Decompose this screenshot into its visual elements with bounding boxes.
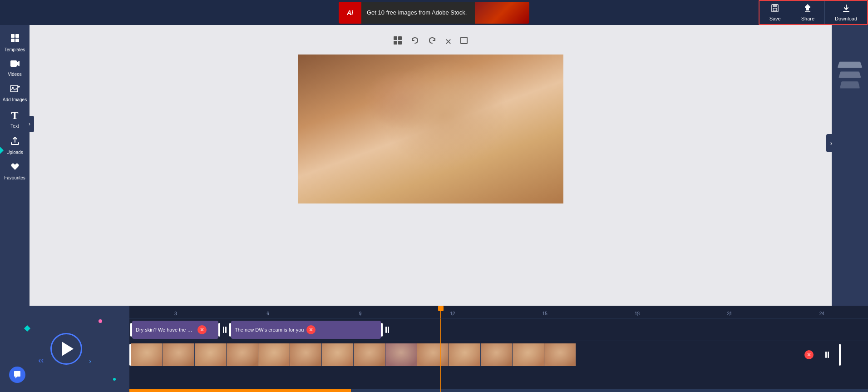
- play-icon: [62, 342, 74, 356]
- video-canvas: [298, 55, 563, 203]
- canvas-area: ✕: [30, 25, 832, 306]
- templates-icon: [10, 33, 20, 45]
- video-thumb-8: [354, 343, 385, 366]
- timeline-playhead[interactable]: [440, 306, 441, 318]
- svg-rect-18: [461, 37, 467, 44]
- text-segment-1[interactable]: Dry skin? We have the solu... ✕: [132, 321, 218, 339]
- play-button[interactable]: [50, 333, 82, 365]
- fullscreen-button[interactable]: [458, 35, 470, 49]
- sidebar-item-templates[interactable]: Templates: [0, 30, 30, 56]
- svg-rect-17: [398, 41, 402, 45]
- layer-bottom: [840, 81, 860, 88]
- video-thumb-5: [258, 343, 290, 366]
- top-bar: Ai Get 10 free images from Adobe Stock. …: [0, 0, 868, 25]
- uploads-icon: [10, 136, 20, 148]
- video-track-handle-right[interactable]: [839, 344, 841, 366]
- video-thumb-7: [322, 343, 354, 366]
- delete-segment-1-btn[interactable]: ✕: [197, 325, 207, 334]
- video-thumb-6: [290, 343, 322, 366]
- delete-segment-2-btn[interactable]: ✕: [306, 325, 316, 334]
- undo-button[interactable]: [409, 34, 421, 49]
- chat-button[interactable]: [9, 367, 25, 383]
- timeline-tracks-container: Dry skin? We have the solu... ✕ The new …: [129, 318, 868, 392]
- video-thumb-9: [385, 343, 417, 366]
- video-thumbnails: [131, 343, 868, 366]
- ruler-mark-21: 21: [683, 311, 775, 316]
- ad-background: [475, 2, 529, 24]
- decorative-dot-pink: [99, 319, 102, 323]
- video-thumb-1: [131, 343, 163, 366]
- active-indicator: [0, 147, 4, 154]
- share-button[interactable]: Share: [791, 1, 825, 24]
- progress-bar-fill: [129, 389, 351, 392]
- sidebar-expand-btn[interactable]: ›: [25, 116, 34, 132]
- delete-video-track-btn[interactable]: ✕: [804, 350, 814, 359]
- add-images-icon: [10, 84, 20, 95]
- svg-rect-16: [394, 41, 397, 45]
- sidebar-item-uploads[interactable]: Uploads: [0, 132, 30, 159]
- top-bar-actions: Save Share Download: [759, 0, 868, 25]
- pause-bar-2b: [388, 327, 389, 333]
- track-pause-2: [385, 327, 389, 333]
- svg-rect-6: [15, 34, 19, 38]
- right-panel: ›: [832, 25, 868, 306]
- pause-bar-1a: [223, 327, 224, 333]
- adobe-logo: Ai: [339, 2, 361, 24]
- save-button[interactable]: Save: [760, 1, 791, 24]
- ruler-mark-12: 12: [406, 311, 498, 316]
- layer-top: [838, 62, 863, 68]
- favourites-label: Favourites: [4, 175, 25, 180]
- svg-rect-8: [15, 39, 19, 42]
- text-segment-1-label: Dry skin? We have the solu...: [136, 327, 195, 332]
- svg-rect-5: [11, 34, 15, 38]
- ad-text: Get 10 free images from Adobe Stock.: [361, 9, 472, 16]
- ruler-mark-3: 3: [129, 311, 222, 316]
- video-thumb-4: [227, 343, 258, 366]
- ruler-marks: 3 6 9 12 15 18 21 24: [129, 306, 868, 318]
- grid-view-button[interactable]: [391, 34, 404, 49]
- close-button[interactable]: ✕: [443, 35, 454, 49]
- video-track-pause: [825, 352, 829, 358]
- favourites-icon: [10, 162, 20, 174]
- layer-middle: [838, 71, 861, 78]
- templates-label: Templates: [5, 47, 25, 52]
- timeline-ruler: 3 6 9 12 15 18 21 24: [129, 306, 868, 318]
- timeline-section: ‹‹ › 3 6 9 12 15 18 21 24: [0, 306, 868, 392]
- progress-bar-container[interactable]: [129, 389, 868, 392]
- video-thumb-3: [195, 343, 227, 366]
- left-sidebar: Templates Videos Add Imag: [0, 25, 30, 306]
- right-arrows: ›: [89, 357, 91, 365]
- ruler-mark-6: 6: [222, 311, 314, 316]
- download-button[interactable]: Download: [825, 1, 867, 24]
- ad-banner[interactable]: Ai Get 10 free images from Adobe Stock.: [339, 2, 529, 24]
- layers-icon: [838, 61, 861, 87]
- video-pause-bar-a: [825, 352, 827, 358]
- main-content: Templates Videos Add Imag: [0, 25, 868, 306]
- redo-button[interactable]: [426, 34, 439, 49]
- download-icon: [842, 4, 851, 15]
- save-icon: [770, 4, 779, 15]
- left-arrows: ‹‹: [38, 355, 44, 365]
- track-handle-right-1[interactable]: [218, 323, 220, 337]
- ruler-mark-15: 15: [499, 311, 591, 316]
- playhead-handle[interactable]: [438, 306, 444, 311]
- decorative-diamond: [24, 325, 30, 332]
- svg-rect-7: [11, 39, 15, 42]
- track-pause-1: [223, 327, 227, 333]
- sidebar-item-videos[interactable]: Videos: [0, 56, 30, 80]
- video-frame: [298, 55, 563, 203]
- video-content: [298, 55, 563, 203]
- sidebar-item-add-images[interactable]: Add Images: [0, 80, 30, 106]
- uploads-label: Uploads: [6, 150, 23, 155]
- share-label: Share: [801, 16, 814, 21]
- video-track-row: ✕: [129, 341, 868, 368]
- text-segment-2[interactable]: The new DW's cream is for you ✕: [231, 321, 381, 339]
- sidebar-item-favourites[interactable]: Favourites: [0, 159, 30, 184]
- decorative-dot-cyan: [113, 378, 116, 381]
- video-pause-bar-b: [828, 352, 829, 358]
- svg-rect-1: [773, 5, 777, 7]
- videos-icon: [10, 60, 20, 70]
- text-track-row: Dry skin? We have the solu... ✕ The new …: [129, 318, 868, 341]
- track-handle-right-2[interactable]: [381, 323, 383, 337]
- right-expand-button[interactable]: ›: [826, 134, 836, 152]
